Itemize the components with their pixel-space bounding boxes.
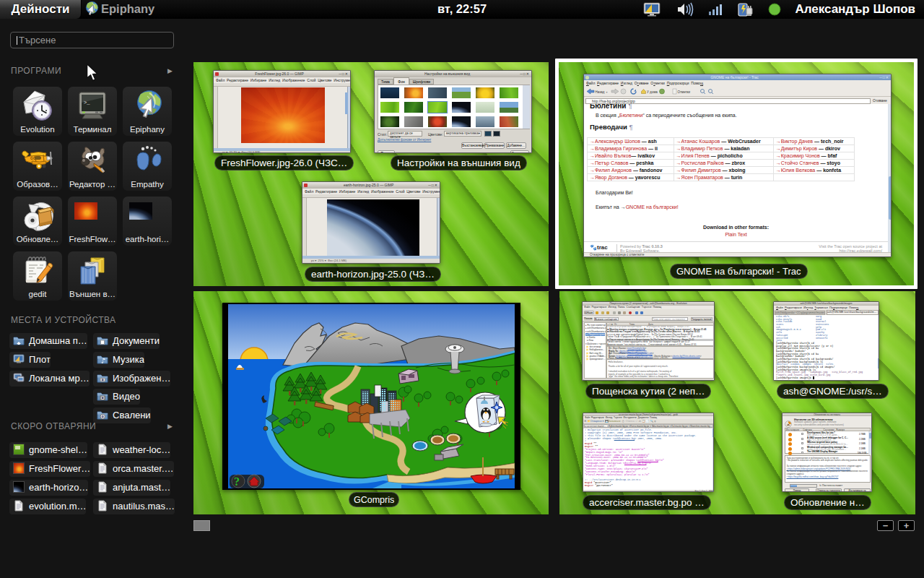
svg-text:>_: >_ — [84, 100, 90, 105]
svg-text:Отметки: Отметки — [678, 90, 691, 94]
svg-text:Назад: Назад — [596, 90, 605, 94]
svg-text:GC: GC — [30, 156, 36, 160]
svg-text:?: ? — [234, 475, 240, 488]
svg-text:У дома: У дома — [647, 90, 658, 94]
svg-text:▾: ▾ — [606, 90, 608, 94]
